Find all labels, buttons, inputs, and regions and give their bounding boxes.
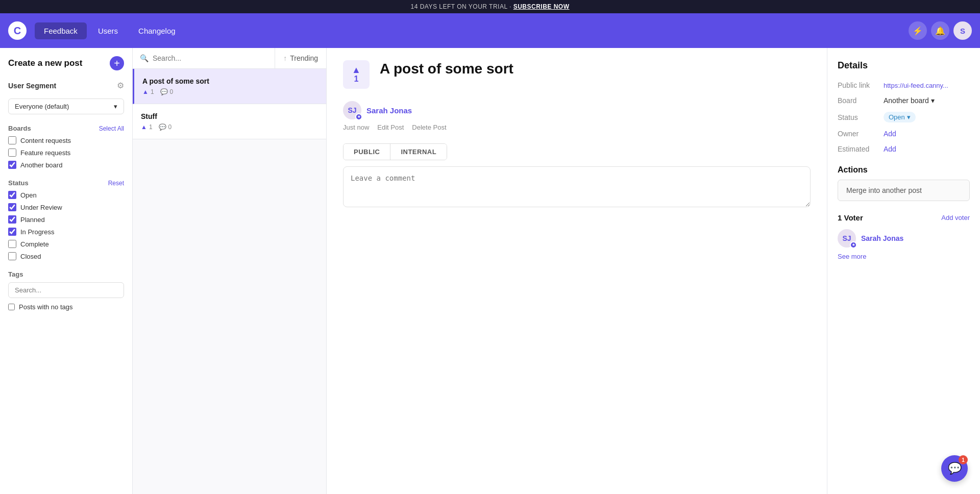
- post-actions-row: Just now Edit Post Delete Post: [343, 124, 811, 131]
- post-item-meta-1: ▲ 1 💬 0: [142, 88, 318, 95]
- navbar: C Feedback Users Changelog ⚡ 🔔 S: [0, 13, 980, 48]
- detail-status: Status Open ▾: [838, 112, 970, 122]
- board-feature-requests: Feature requests: [8, 149, 124, 157]
- post-item-title-2: Stuff: [141, 112, 318, 120]
- subscribe-link[interactable]: SUBSCRIBE NOW: [513, 3, 570, 10]
- trial-text: 14 DAYS LEFT ON YOUR TRIAL ·: [410, 3, 513, 10]
- board-value[interactable]: Another board ▾: [884, 96, 935, 105]
- post-item-title-1: A post of some sort: [142, 77, 318, 85]
- post-detail-title: A post of some sort: [380, 60, 513, 78]
- estimated-add-button[interactable]: Add: [884, 145, 896, 153]
- board-content-checkbox[interactable]: [8, 136, 16, 144]
- main-layout: Create a new post + User Segment ⚙ Every…: [0, 48, 980, 494]
- create-post-row: Create a new post +: [8, 56, 124, 70]
- see-more-link[interactable]: See more: [838, 253, 970, 260]
- user-segment-row: User Segment ⚙: [8, 81, 124, 90]
- user-segment-value: Everyone (default): [15, 103, 69, 110]
- boards-label: Boards: [8, 125, 31, 132]
- status-key-label: Status: [838, 113, 884, 121]
- board-feature-checkbox[interactable]: [8, 149, 16, 157]
- comment-input[interactable]: [343, 166, 811, 207]
- status-under-review-checkbox[interactable]: [8, 203, 16, 211]
- chat-widget[interactable]: 💬 1: [941, 455, 968, 482]
- status-planned-checkbox[interactable]: [8, 215, 16, 224]
- tab-public[interactable]: PUBLIC: [344, 144, 390, 160]
- tab-internal[interactable]: INTERNAL: [390, 144, 447, 160]
- bell-button[interactable]: 🔔: [931, 21, 949, 40]
- comment-count-1: 💬 0: [160, 88, 174, 95]
- tags-header: Tags: [8, 270, 124, 278]
- status-complete-label: Complete: [20, 240, 49, 248]
- status-label: Status: [8, 179, 29, 187]
- status-under-review-label: Under Review: [20, 204, 62, 211]
- comment-icon-1: 💬: [160, 88, 168, 95]
- status-closed-checkbox[interactable]: [8, 252, 16, 260]
- vote-count-display: 1: [354, 75, 359, 84]
- actions-title: Actions: [838, 165, 970, 175]
- author-name[interactable]: Sarah Jonas: [366, 106, 412, 115]
- edit-post-link[interactable]: Edit Post: [377, 124, 404, 131]
- chevron-down-icon-status: ▾: [907, 113, 911, 121]
- status-in-progress: In Progress: [8, 228, 124, 236]
- detail-public-link: Public link https://ui-feed.canny...: [838, 81, 970, 89]
- public-link-label: Public link: [838, 81, 884, 89]
- status-open-checkbox[interactable]: [8, 191, 16, 199]
- voter-name-1[interactable]: Sarah Jonas: [861, 234, 903, 242]
- create-post-button[interactable]: +: [110, 56, 124, 70]
- comment-icon-2: 💬: [159, 124, 166, 131]
- author-badge-icon: ★: [355, 113, 362, 120]
- detail-board: Board Another board ▾: [838, 96, 970, 105]
- board-another-board: Another board: [8, 161, 124, 169]
- estimated-label: Estimated: [838, 145, 884, 153]
- boards-header: Boards Select All: [8, 125, 124, 132]
- status-badge[interactable]: Open ▾: [884, 112, 916, 122]
- public-link-value[interactable]: https://ui-feed.canny...: [884, 82, 948, 89]
- board-label: Board: [838, 96, 884, 105]
- status-complete: Complete: [8, 240, 124, 248]
- post-item-2[interactable]: Stuff ▲ 1 💬 0: [133, 104, 326, 139]
- left-sidebar: Create a new post + User Segment ⚙ Every…: [0, 48, 133, 494]
- tags-search-input[interactable]: [8, 282, 124, 298]
- tags-label: Tags: [8, 270, 23, 278]
- vote-box[interactable]: ▲ 1: [343, 60, 370, 89]
- up-arrow-icon-2: ▲: [141, 124, 147, 131]
- tab-changelog[interactable]: Changelog: [129, 22, 185, 39]
- delete-post-link[interactable]: Delete Post: [412, 124, 446, 131]
- user-segment-dropdown[interactable]: Everyone (default) ▾: [8, 98, 124, 114]
- status-complete-checkbox[interactable]: [8, 240, 16, 248]
- owner-add-button[interactable]: Add: [884, 130, 896, 138]
- posts-panel: 🔍 ↑ Trending A post of some sort ▲ 1 💬: [133, 48, 327, 494]
- status-header: Status Reset: [8, 179, 124, 187]
- trending-tab[interactable]: ↑ Trending: [275, 48, 326, 68]
- posts-search-input[interactable]: [153, 54, 267, 62]
- owner-label: Owner: [838, 130, 884, 138]
- bell-icon: 🔔: [935, 26, 945, 36]
- detail-estimated: Estimated Add: [838, 145, 970, 153]
- post-item-1[interactable]: A post of some sort ▲ 1 💬 0: [133, 69, 326, 104]
- board-another-checkbox[interactable]: [8, 161, 16, 169]
- tags-section: Tags Posts with no tags: [8, 270, 124, 311]
- gear-icon[interactable]: ⚙: [117, 81, 124, 90]
- reset-button[interactable]: Reset: [108, 180, 124, 187]
- posts-no-tags-checkbox[interactable]: [8, 304, 15, 310]
- status-planned-label: Planned: [20, 216, 45, 224]
- chevron-down-icon: ▾: [114, 103, 117, 110]
- search-icon: 🔍: [140, 54, 149, 62]
- chevron-down-icon: ▾: [931, 96, 935, 105]
- status-in-progress-checkbox[interactable]: [8, 228, 16, 236]
- tab-feedback[interactable]: Feedback: [35, 22, 87, 39]
- select-all-button[interactable]: Select All: [99, 125, 124, 132]
- tab-users[interactable]: Users: [89, 22, 127, 39]
- add-voter-button[interactable]: Add voter: [941, 214, 970, 221]
- logo[interactable]: C: [8, 21, 27, 40]
- user-avatar[interactable]: S: [953, 21, 972, 40]
- up-arrow-icon-1: ▲: [142, 88, 149, 95]
- posts-search-area: 🔍: [133, 48, 275, 68]
- board-feature-label: Feature requests: [20, 149, 70, 157]
- merge-button[interactable]: Merge into another post: [838, 180, 970, 201]
- comment-number-1: 0: [170, 88, 174, 95]
- voters-header: 1 Voter Add voter: [838, 213, 970, 222]
- voter-item-1: SJ ★ Sarah Jonas: [838, 229, 970, 248]
- bolt-button[interactable]: ⚡: [909, 21, 927, 40]
- vote-number-1: 1: [151, 88, 154, 95]
